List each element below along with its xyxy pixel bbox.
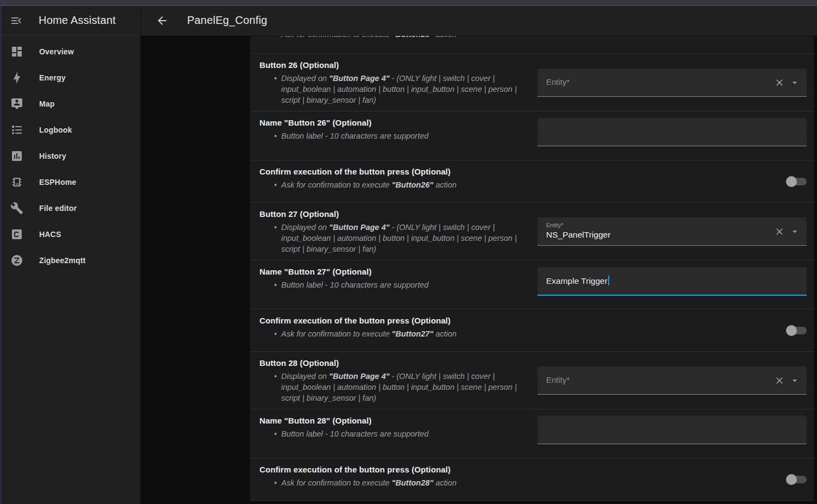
bullet-dot: •	[274, 328, 281, 339]
name-text-input[interactable]	[537, 416, 807, 444]
bullet-dot: •	[274, 279, 281, 290]
dropdown-icon[interactable]	[789, 77, 800, 88]
row-description-text: Ask for confirmation to execute "Button2…	[281, 477, 527, 488]
list-bulleted-icon	[10, 123, 23, 136]
row-description: •Ask for confirmation to execute "Button…	[259, 477, 539, 488]
row-title: Button 26 (Optional)	[259, 60, 539, 70]
row-description-text: Displayed on "Button Page 4" - (ONLY lig…	[281, 371, 527, 403]
row-title: Button 28 (Optional)	[259, 358, 539, 368]
clear-icon[interactable]	[774, 375, 785, 386]
row-description: •Button label - 10 characters are suppor…	[259, 428, 539, 439]
zigbee-icon	[10, 254, 23, 267]
row-title: Confirm execution of the button press (O…	[259, 316, 539, 325]
row-text: Confirm execution of the button press (O…	[259, 309, 539, 339]
clear-icon-button[interactable]	[774, 226, 785, 237]
entity-select[interactable]: Entity*	[537, 366, 807, 395]
sidebar-item-label: History	[39, 152, 66, 160]
dropdown-icon[interactable]	[789, 226, 800, 237]
bullet-dot: •	[274, 428, 281, 439]
sidebar-item-label: ESPHome	[39, 178, 76, 186]
bullet-dot: •	[274, 73, 281, 105]
sidebar-item-logbook[interactable]: Logbook	[0, 117, 140, 143]
row-text: Name "Button 27" (Optional)•Button label…	[259, 260, 539, 290]
row-title: Name "Button 28" (Optional)	[259, 416, 539, 425]
toggle-thumb[interactable]	[786, 325, 797, 336]
sidebar: Home Assistant OverviewEnergyMapLogbookH…	[0, 6, 140, 504]
sidebar-item-history[interactable]: History	[0, 143, 140, 169]
row-description: •Ask for confirmation to execute "Button…	[259, 36, 814, 40]
sidebar-item-esphome[interactable]: ESPHome	[0, 169, 140, 195]
row-text: Button 28 (Optional)•Displayed on "Butto…	[259, 352, 539, 403]
row-control: Entity*NS_PanelTrigger	[537, 203, 807, 260]
sidebar-item-label: Logbook	[39, 126, 72, 134]
dropdown-icon[interactable]	[789, 375, 800, 386]
menu-open-icon[interactable]	[10, 14, 23, 27]
row-description-text: Button label - 10 characters are support…	[281, 428, 527, 439]
confirm-toggle-switch[interactable]	[786, 176, 807, 187]
toggle-thumb[interactable]	[786, 176, 797, 187]
toggle-thumb[interactable]	[786, 474, 797, 485]
entity-select[interactable]: Entity*NS_PanelTrigger	[537, 217, 807, 246]
row-control: Entity*	[537, 352, 807, 409]
confirm-toggle-switch[interactable]	[786, 325, 807, 336]
bullet-dot: •	[274, 477, 281, 488]
confirm-toggle-switch[interactable]	[786, 474, 807, 485]
dropdown-icon-button[interactable]	[789, 77, 800, 88]
dropdown-icon-button[interactable]	[789, 375, 800, 386]
clear-icon-button[interactable]	[774, 375, 785, 386]
chart-box-icon	[10, 150, 23, 163]
config-row: Name "Button 28" (Optional)•Button label…	[250, 409, 814, 458]
sidebar-item-overview[interactable]: Overview	[0, 39, 140, 65]
dropdown-icon-button[interactable]	[789, 226, 800, 237]
row-description-text: Ask for confirmation to execute "Button2…	[281, 179, 527, 190]
config-row: Button 28 (Optional)•Displayed on "Butto…	[250, 351, 814, 409]
config-row: Confirm execution of the button press (O…	[250, 458, 814, 500]
row-title: Confirm execution of the button press (O…	[259, 465, 539, 474]
clear-icon-button[interactable]	[774, 77, 785, 88]
name-text-input[interactable]: Example Trigger	[537, 267, 807, 296]
row-description-text: Button label - 10 characters are support…	[281, 279, 527, 290]
sidebar-item-file-editor[interactable]: File editor	[0, 195, 140, 221]
row-text: Name "Button 28" (Optional)•Button label…	[259, 409, 539, 439]
chip-icon	[10, 176, 23, 189]
menu-open-icon[interactable]	[10, 14, 23, 27]
name-input-value: Example Trigger	[546, 276, 609, 286]
bullet-dot: •	[274, 222, 281, 254]
row-title: Confirm execution of the button press (O…	[259, 167, 539, 176]
row-description: •Displayed on "Button Page 4" - (ONLY li…	[259, 371, 539, 403]
config-row: Confirm execution of the button press (O…	[250, 309, 814, 351]
sidebar-item-zigbee2mqtt[interactable]: Zigbee2mqtt	[0, 247, 140, 273]
name-text-input[interactable]	[537, 118, 807, 146]
row-description-text: Displayed on "Button Page 4" - (ONLY lig…	[281, 73, 527, 105]
bullet-dot: •	[274, 36, 281, 40]
dashboard-icon	[10, 45, 23, 58]
row-title: Button 27 (Optional)	[259, 209, 539, 219]
sidebar-item-hacs[interactable]: HACS	[0, 221, 140, 247]
page-title: PanelEg_Config	[187, 14, 267, 27]
app-title: Home Assistant	[39, 14, 116, 27]
page-header: PanelEg_Config	[140, 6, 817, 35]
main-content: •Ask for confirmation to execute "Button…	[140, 36, 817, 504]
row-control: Example Trigger	[537, 260, 807, 309]
text-caret	[608, 276, 609, 285]
arrow-left-icon[interactable]	[156, 14, 169, 27]
config-form: •Ask for confirmation to execute "Button…	[250, 36, 814, 501]
entity-select[interactable]: Entity*	[537, 69, 807, 97]
row-description: •Ask for confirmation to execute "Button…	[259, 328, 539, 339]
clear-icon[interactable]	[774, 226, 785, 237]
sidebar-item-label: HACS	[39, 230, 61, 239]
sidebar-item-energy[interactable]: Energy	[0, 65, 140, 91]
config-row: •Ask for confirmation to execute "Button…	[250, 36, 814, 53]
row-control	[537, 409, 807, 458]
back-arrow-icon[interactable]	[156, 14, 169, 27]
config-row: Name "Button 27" (Optional)•Button label…	[250, 260, 814, 309]
row-description-text: Button label - 10 characters are support…	[281, 130, 527, 141]
entity-field-label: Entity*	[546, 222, 564, 228]
row-control	[537, 111, 807, 160]
clear-icon[interactable]	[774, 77, 785, 88]
letter-c-box-icon	[10, 228, 23, 241]
map-account-icon	[10, 97, 23, 110]
chart-box-icon	[10, 150, 23, 163]
row-text: Button 27 (Optional)•Displayed on "Butto…	[259, 203, 539, 254]
sidebar-item-map[interactable]: Map	[0, 91, 140, 117]
